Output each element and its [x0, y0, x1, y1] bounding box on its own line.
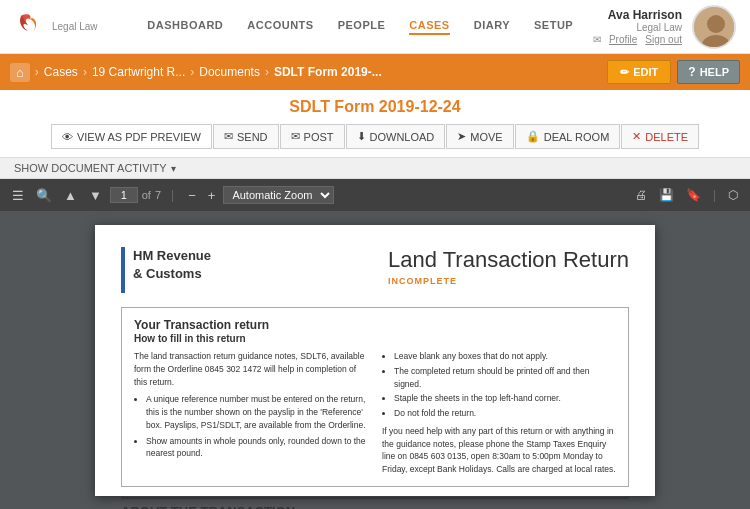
- user-area: Ava Harrison Legal Law ✉ Profile Sign ou…: [593, 5, 736, 49]
- view-pdf-label: VIEW AS PDF PREVIEW: [77, 131, 201, 143]
- move-icon: ➤: [457, 130, 466, 143]
- breadcrumb-bar: ⌂ › Cases › 19 Cartwright R... › Documen…: [0, 54, 750, 90]
- pdf-expand-button[interactable]: ⬡: [724, 186, 742, 204]
- breadcrumb-sep: ›: [35, 65, 39, 79]
- pdf-bookmark-button[interactable]: 🔖: [682, 186, 705, 204]
- pdf-next-page-button[interactable]: ▼: [85, 186, 106, 205]
- nav-links: DASHBOARD ACCOUNTS PEOPLE CASES DIARY SE…: [128, 19, 593, 35]
- download-icon: ⬇: [357, 130, 366, 143]
- breadcrumb-sep4: ›: [265, 65, 269, 79]
- pdf-zoom-out-button[interactable]: −: [184, 186, 200, 205]
- pdf-print-button[interactable]: 🖨: [631, 186, 651, 204]
- download-label: DOWNLOAD: [370, 131, 435, 143]
- nav-diary[interactable]: DIARY: [474, 19, 510, 35]
- home-icon[interactable]: ⌂: [10, 63, 30, 82]
- view-pdf-button[interactable]: 👁 VIEW AS PDF PREVIEW: [51, 124, 212, 149]
- svg-point-1: [707, 15, 725, 33]
- breadcrumb-documents[interactable]: Documents: [199, 65, 260, 79]
- breadcrumb-sep3: ›: [190, 65, 194, 79]
- pdf-page: HM Revenue & Customs Land Transaction Re…: [95, 225, 655, 496]
- right-bullet3: Staple the sheets in the top left-hand c…: [394, 392, 616, 405]
- how-to-fill: How to fill in this return: [134, 333, 616, 344]
- right-bullet1: Leave blank any boxes that do not apply.: [394, 350, 616, 363]
- pdf-search-button[interactable]: 🔍: [32, 186, 56, 205]
- move-button[interactable]: ➤ MOVE: [446, 124, 513, 149]
- hmrc-text: HM Revenue & Customs: [133, 247, 211, 283]
- ltr-status: INCOMPLETE: [388, 276, 629, 286]
- breadcrumb-actions: ✏ EDIT ? HELP: [607, 60, 740, 84]
- deal-room-button[interactable]: 🔒 DEAL ROOM: [515, 124, 621, 149]
- edit-pencil-icon: ✏: [620, 66, 629, 79]
- help-button[interactable]: ? HELP: [677, 60, 740, 84]
- profile-link[interactable]: Profile: [609, 34, 637, 45]
- chevron-down-icon: ▾: [171, 163, 176, 174]
- doc-toolbar: 👁 VIEW AS PDF PREVIEW ✉ SEND ✉ POST ⬇ DO…: [0, 124, 750, 157]
- hmrc-name2: & Customs: [133, 265, 211, 283]
- delete-label: DELETE: [645, 131, 688, 143]
- pdf-doc-area: HM Revenue & Customs Land Transaction Re…: [0, 211, 750, 509]
- pdf-zoom-select[interactable]: Automatic Zoom 50% 75% 100% 125%: [223, 186, 334, 204]
- pdf-zoom-in-button[interactable]: +: [204, 186, 220, 205]
- breadcrumb-doc[interactable]: SDLT Form 2019-...: [274, 65, 382, 79]
- signout-link[interactable]: Sign out: [645, 34, 682, 45]
- right-bullet4: Do not fold the return.: [394, 407, 616, 420]
- ltr-title-area: Land Transaction Return INCOMPLETE: [388, 247, 629, 286]
- pdf-page-total: 7: [155, 189, 161, 201]
- right-para1: If you need help with any part of this r…: [382, 425, 616, 476]
- send-button[interactable]: ✉ SEND: [213, 124, 279, 149]
- nav-dashboard[interactable]: DASHBOARD: [147, 19, 223, 35]
- nav-cases[interactable]: CASES: [409, 19, 449, 35]
- delete-x-icon: ✕: [632, 130, 641, 143]
- breadcrumb-matter[interactable]: 19 Cartwright R...: [92, 65, 185, 79]
- pdf-page-input[interactable]: [110, 187, 138, 203]
- transaction-left: The land transaction return guidance not…: [134, 350, 368, 476]
- hmrc-bar: [121, 247, 125, 293]
- transaction-heading: Your Transaction return: [134, 318, 616, 332]
- doc-title: SDLT Form 2019-12-24: [0, 98, 750, 116]
- breadcrumb-cases[interactable]: Cases: [44, 65, 78, 79]
- breadcrumb-sep2: ›: [83, 65, 87, 79]
- help-label: HELP: [700, 66, 729, 78]
- nav-accounts[interactable]: ACCOUNTS: [247, 19, 313, 35]
- ltr-title: Land Transaction Return: [388, 247, 629, 273]
- pdf-save-button[interactable]: 💾: [655, 186, 678, 204]
- post-icon: ✉: [291, 130, 300, 143]
- pdf-page-header: HM Revenue & Customs Land Transaction Re…: [121, 247, 629, 293]
- move-label: MOVE: [470, 131, 502, 143]
- show-activity-bar[interactable]: SHOW DOCUMENT ACTIVITY ▾: [0, 158, 750, 179]
- transaction-content: The land transaction return guidance not…: [134, 350, 616, 476]
- logo-text: Legal Law: [52, 21, 98, 32]
- edit-button[interactable]: ✏ EDIT: [607, 60, 671, 84]
- pdf-viewer-toolbar: ☰ 🔍 ▲ ▼ of 7 | − + Automatic Zoom 50% 75…: [0, 179, 750, 211]
- send-label: SEND: [237, 131, 268, 143]
- about-section: ABOUT THE TRANSACTION: [121, 497, 629, 509]
- deal-room-label: DEAL ROOM: [544, 131, 610, 143]
- user-info: Ava Harrison Legal Law ✉ Profile Sign ou…: [593, 8, 682, 45]
- right-bullet2: The completed return should be printed o…: [394, 365, 616, 391]
- logo-icon: [14, 11, 46, 43]
- left-bullet1: A unique reference number must be entere…: [146, 393, 368, 431]
- download-button[interactable]: ⬇ DOWNLOAD: [346, 124, 446, 149]
- avatar: [692, 5, 736, 49]
- post-button[interactable]: ✉ POST: [280, 124, 345, 149]
- show-activity-label: SHOW DOCUMENT ACTIVITY: [14, 162, 167, 174]
- nav-people[interactable]: PEOPLE: [338, 19, 386, 35]
- top-nav: Legal Law DASHBOARD ACCOUNTS PEOPLE CASE…: [0, 0, 750, 54]
- hmrc-logo: HM Revenue & Customs: [121, 247, 211, 293]
- pdf-prev-page-button[interactable]: ▲: [60, 186, 81, 205]
- pdf-sidebar-icon[interactable]: ☰: [8, 186, 28, 205]
- logo-area: Legal Law: [14, 11, 98, 43]
- left-bullet2: Show amounts in whole pounds only, round…: [146, 435, 368, 461]
- left-para1: The land transaction return guidance not…: [134, 350, 368, 388]
- transaction-right: Leave blank any boxes that do not apply.…: [382, 350, 616, 476]
- pdf-divider1: |: [171, 188, 174, 202]
- pdf-divider2: |: [713, 188, 716, 202]
- hmrc-name1: HM Revenue: [133, 247, 211, 265]
- nav-setup[interactable]: SETUP: [534, 19, 573, 35]
- help-question-icon: ?: [688, 65, 695, 79]
- doc-title-area: SDLT Form 2019-12-24 👁 VIEW AS PDF PREVI…: [0, 90, 750, 158]
- eye-icon: 👁: [62, 131, 73, 143]
- about-label: ABOUT THE TRANSACTION: [121, 504, 295, 509]
- send-icon: ✉: [224, 130, 233, 143]
- delete-button[interactable]: ✕ DELETE: [621, 124, 699, 149]
